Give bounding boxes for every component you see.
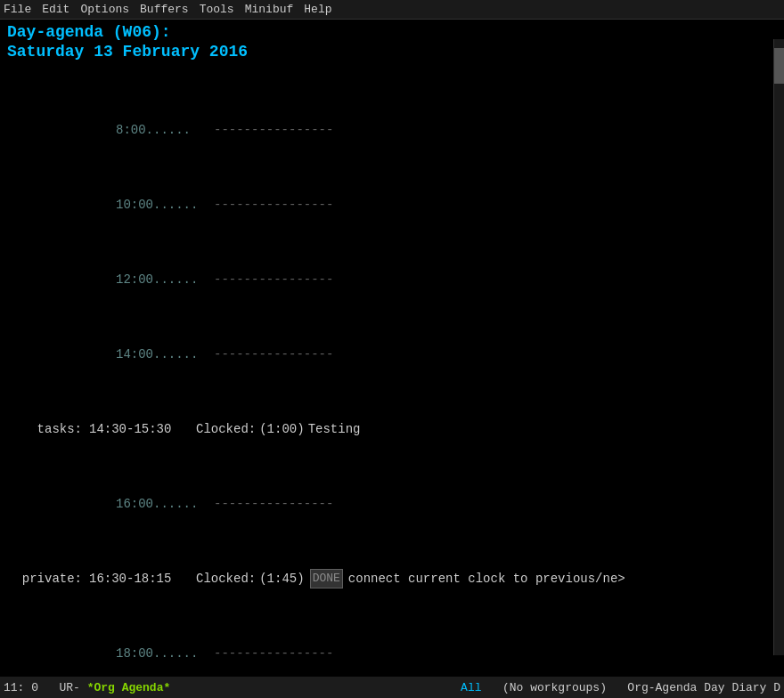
timeslot-1200: 12:00...... ---------------- [0,271,784,288]
menu-minibuf[interactable]: Minibuf [245,3,294,16]
label-clocked-1630: Clocked: [196,570,256,588]
menubar: File Edit Options Buffers Tools Minibuf … [0,0,784,20]
dashes-1200: ---------------- [214,271,333,288]
cat-tasks: tasks: [0,420,89,438]
menu-options[interactable]: Options [80,3,129,16]
status-all: All [461,681,481,694]
cat-private-1630: private: [0,570,89,588]
status-line-col: 11: 0 UR- *Org Agenda* [4,681,170,694]
status-workgroups: (No workgroups) [502,681,607,694]
timeslot-1400: 14:00...... ---------------- [0,345,784,363]
menu-buffers[interactable]: Buffers [140,3,189,16]
duration-1630: (1:45) [259,570,304,588]
status-mode: UR- [59,681,79,694]
time-tasks: 14:30-15:30 [89,420,196,438]
time-private-1630: 16:30-18:15 [89,570,196,588]
dashes-800: ---------------- [214,121,333,139]
time-1200: 12:00...... [116,271,214,288]
status-org: *Org Agenda* [87,681,171,694]
menu-tools[interactable]: Tools [200,3,234,16]
dashes-1000: ---------------- [214,196,333,214]
dashes-1400: ---------------- [214,345,333,363]
dashes-1800: ---------------- [214,645,333,662]
time-1400: 14:00...... [116,345,214,363]
status-line-num: 11 [4,681,18,694]
scrollbar[interactable] [773,39,784,655]
timeslot-800: 8:00...... ---------------- [0,121,784,139]
timeslot-1800: 18:00...... ---------------- [0,645,784,662]
label-clocked-tasks: Clocked: [196,420,256,438]
menu-help[interactable]: Help [304,3,331,16]
dashes-1600: ---------------- [214,495,333,513]
status-col-num: 0 [31,681,38,694]
content: 8:00...... ---------------- 10:00...... … [0,64,784,677]
time-1800: 18:00...... [116,645,214,662]
agenda-date: Saturday 13 February 2016 [0,43,784,61]
time-800: 8:00...... [116,121,214,139]
timeslot-1600: 16:00...... ---------------- [0,495,784,513]
text-1630: connect current clock to previous/ne> [348,570,625,588]
scrollbar-thumb[interactable] [774,48,784,84]
duration-tasks: (1:00) [259,420,304,438]
time-1000: 10:00...... [116,196,214,214]
done-badge-1630: DONE [310,569,343,588]
row-private-1630: private: 16:30-18:15 Clocked: (1:45) DON… [0,570,784,588]
timeslot-1000: 10:00...... ---------------- [0,196,784,214]
menu-edit[interactable]: Edit [42,3,69,16]
status-extra: Org-Agenda Day Diary D [627,681,780,694]
row-tasks-clocked: tasks: 14:30-15:30 Clocked: (1:00) Testi… [0,420,784,438]
statusbar: 11: 0 UR- *Org Agenda* All (No workgroup… [0,677,784,698]
status-right: All (No workgroups) Org-Agenda Day Diary… [461,681,780,694]
main-area: Day-agenda (W06): Saturday 13 February 2… [0,20,784,677]
text-testing: Testing [308,420,361,438]
menu-file[interactable]: File [4,3,31,16]
time-1600: 16:00...... [116,495,214,513]
agenda-title: Day-agenda (W06): [0,23,784,41]
